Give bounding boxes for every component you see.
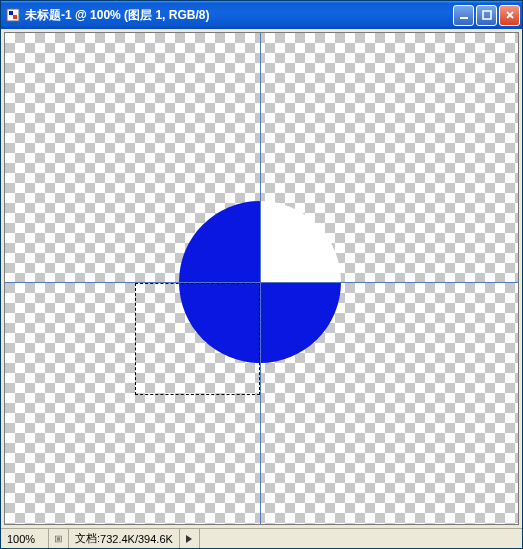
svg-rect-2 <box>13 15 17 19</box>
status-disclosure[interactable] <box>180 529 200 548</box>
status-icon[interactable] <box>49 529 69 548</box>
zoom-value: 100% <box>7 533 35 545</box>
guide-vertical[interactable] <box>260 33 261 524</box>
window-title: 未标题-1 @ 100% (图层 1, RGB/8) <box>25 7 453 24</box>
circle-quadrant-tl <box>179 201 260 282</box>
svg-rect-4 <box>483 11 491 19</box>
document-frame <box>4 32 519 525</box>
zoom-level[interactable]: 100% <box>1 529 49 548</box>
canvas[interactable] <box>5 33 518 524</box>
client-area <box>1 29 522 528</box>
document-window: 未标题-1 @ 100% (图层 1, RGB/8) 100% <box>0 0 523 549</box>
selection-marquee[interactable] <box>135 283 260 395</box>
status-bar: 100% 文档:732.4K/394.6K <box>1 528 522 548</box>
titlebar[interactable]: 未标题-1 @ 100% (图层 1, RGB/8) <box>1 1 522 29</box>
circle-quadrant-tr <box>260 201 341 282</box>
svg-rect-8 <box>57 537 61 541</box>
app-icon <box>5 7 21 23</box>
svg-rect-3 <box>460 17 468 19</box>
maximize-button[interactable] <box>476 5 497 26</box>
circle-quadrant-br <box>260 282 341 363</box>
doc-size-label: 文档: <box>75 531 100 546</box>
close-button[interactable] <box>499 5 520 26</box>
window-controls <box>453 5 520 26</box>
document-size: 文档:732.4K/394.6K <box>69 529 180 548</box>
doc-size-value: 732.4K/394.6K <box>100 533 173 545</box>
minimize-button[interactable] <box>453 5 474 26</box>
guide-horizontal[interactable] <box>5 282 518 283</box>
triangle-right-icon <box>186 535 192 543</box>
svg-rect-1 <box>9 11 13 15</box>
